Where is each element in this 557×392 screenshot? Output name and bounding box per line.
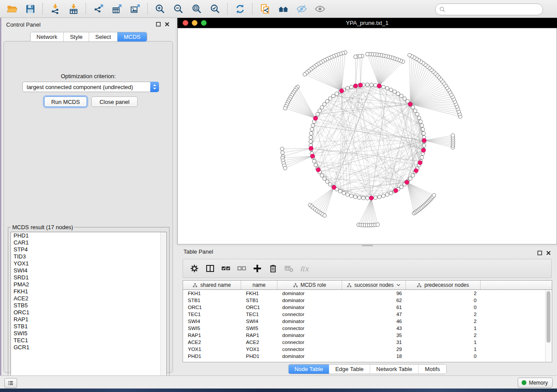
run-mcds-button[interactable]: Run MCDS (44, 96, 87, 107)
graph-node[interactable] (374, 196, 377, 199)
add-button[interactable] (250, 261, 264, 275)
graph-hub-node[interactable] (408, 102, 412, 107)
graph-hub-node[interactable] (353, 84, 358, 88)
delete-table-button[interactable] (282, 261, 296, 275)
float-window-icon[interactable] (156, 22, 161, 27)
tab-network-table[interactable]: Network Table (370, 364, 419, 374)
import-table-button[interactable] (66, 1, 81, 16)
show-all-button[interactable] (312, 1, 327, 16)
graph-node[interactable] (370, 83, 373, 86)
graph-node[interactable] (358, 55, 362, 58)
graph-hub-node[interactable] (422, 138, 426, 143)
graph-node[interactable] (329, 182, 332, 186)
graph-node[interactable] (284, 107, 287, 110)
criterion-dropdown[interactable]: largest connected component (undirected) (22, 82, 159, 92)
mcds-result-item[interactable]: TEC1 (11, 337, 166, 344)
graph-node[interactable] (385, 193, 389, 196)
graph-node[interactable] (316, 113, 319, 116)
mcds-result-item[interactable]: RAP1 (11, 316, 166, 323)
mcds-result-item[interactable]: YOX1 (11, 260, 166, 267)
graph-hub-node[interactable] (313, 116, 318, 120)
mcds-result-item[interactable]: SWI4 (11, 267, 166, 274)
graph-node[interactable] (417, 116, 421, 120)
graph-node[interactable] (451, 134, 454, 137)
graph-node[interactable] (335, 92, 339, 96)
memory-button[interactable]: Memory (518, 378, 553, 388)
delete-button[interactable] (266, 261, 280, 275)
graph-node[interactable] (284, 166, 287, 170)
graph-node[interactable] (374, 83, 377, 87)
float-table-panel-icon[interactable] (537, 251, 542, 255)
graph-node[interactable] (312, 159, 316, 163)
tab-node-table[interactable]: Node Table (288, 364, 329, 374)
search-field[interactable] (435, 3, 543, 15)
import-network-button[interactable] (48, 1, 62, 16)
graph-node[interactable] (366, 52, 369, 56)
graph-node[interactable] (408, 177, 412, 180)
column-header-MCDS-role[interactable]: MCDS role (277, 281, 342, 289)
graph-node[interactable] (346, 86, 349, 90)
graph-node[interactable] (389, 88, 393, 92)
graph-node[interactable] (280, 147, 284, 151)
tab-select[interactable]: Select (89, 32, 118, 41)
mcds-result-item[interactable]: SRD1 (11, 274, 166, 281)
graph-node[interactable] (353, 195, 357, 199)
tab-mcds[interactable]: MCDS (118, 32, 146, 41)
graph-node[interactable] (382, 194, 385, 198)
zoom-in-button[interactable] (152, 1, 167, 16)
clone-network-button[interactable] (257, 1, 272, 16)
select-all-button[interactable] (219, 261, 233, 275)
column-header-successor-nodes[interactable]: successor nodes (342, 281, 406, 289)
graph-node[interactable] (329, 97, 332, 100)
graph-node[interactable] (408, 53, 411, 57)
column-header-name[interactable]: name (241, 281, 277, 289)
graph-node[interactable] (346, 193, 349, 196)
hide-selected-button[interactable] (294, 1, 309, 16)
graph-node[interactable] (382, 85, 385, 89)
graph-node[interactable] (323, 177, 326, 180)
function-button[interactable]: f(x) (298, 261, 311, 275)
graph-hub-node[interactable] (422, 148, 426, 153)
graph-hub-node[interactable] (309, 146, 313, 151)
graph-node[interactable] (420, 156, 424, 159)
graph-node[interactable] (342, 191, 346, 195)
refresh-button[interactable] (232, 1, 247, 16)
graph-hub-node[interactable] (332, 185, 336, 189)
graph-node[interactable] (400, 185, 403, 189)
graph-node[interactable] (318, 109, 322, 113)
graph-node[interactable] (349, 194, 353, 198)
graph-node[interactable] (403, 97, 406, 100)
table-row[interactable]: ACE2ACE2connector311 (183, 339, 552, 346)
mcds-result-item[interactable]: SWI5 (11, 330, 166, 337)
graph-node[interactable] (422, 144, 426, 147)
graph-hub-node[interactable] (377, 84, 381, 88)
graph-node[interactable] (421, 127, 425, 131)
graph-node[interactable] (411, 174, 415, 177)
mcds-result-item[interactable]: FKH1 (11, 288, 166, 295)
table-row[interactable]: RAP1RAP1dominator352 (183, 332, 552, 339)
first-neighbors-button[interactable] (276, 1, 291, 16)
graph-node[interactable] (309, 140, 312, 143)
gear-button[interactable] (187, 261, 201, 275)
tab-edge-table[interactable]: Edge Table (329, 364, 370, 374)
mcds-result-item[interactable]: CAR1 (11, 239, 166, 246)
zoom-out-button[interactable] (171, 1, 186, 16)
graph-node[interactable] (332, 94, 335, 98)
graph-node[interactable] (420, 124, 424, 127)
table-scrollbar[interactable] (545, 290, 551, 361)
graph-hub-node[interactable] (394, 189, 398, 193)
column-header-shared-name[interactable]: shared name (183, 281, 241, 289)
graph-node[interactable] (323, 103, 326, 106)
graph-node[interactable] (422, 131, 426, 135)
graph-hub-node[interactable] (418, 161, 422, 165)
mcds-result-item[interactable]: ORC1 (11, 309, 166, 316)
table-row[interactable]: TEC1TEC1connector472 (183, 311, 552, 318)
graph-hub-node[interactable] (316, 168, 321, 172)
table-row[interactable]: YOX1YOX1connector291 (183, 346, 552, 353)
graph-hub-node[interactable] (405, 180, 409, 185)
graph-node[interactable] (396, 92, 400, 96)
graph-node[interactable] (325, 100, 329, 103)
graph-node[interactable] (366, 196, 369, 200)
table-row[interactable]: SWI5SWI5connector431 (183, 325, 552, 332)
mcds-result-item[interactable]: TID3 (11, 253, 166, 260)
